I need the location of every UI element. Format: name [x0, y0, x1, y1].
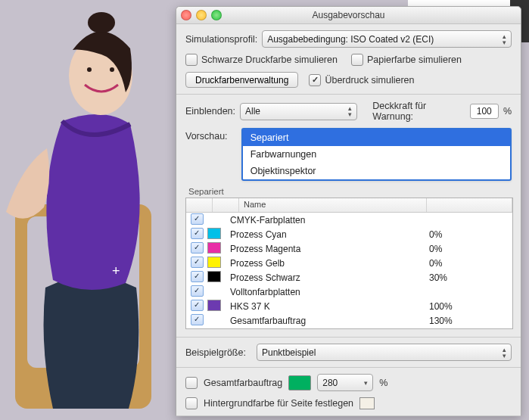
separation-name: Prozess Schwarz: [229, 272, 429, 283]
visibility-toggle[interactable]: [191, 213, 204, 225]
svg-point-5: [110, 67, 114, 72]
opacity-input[interactable]: 100: [470, 104, 499, 119]
visibility-toggle[interactable]: [191, 314, 204, 325]
table-row[interactable]: Prozess Cyan0%: [186, 227, 512, 241]
show-select[interactable]: Alle ▴▾: [240, 103, 357, 120]
simulate-overprint-label: Überdruck simulieren: [325, 75, 414, 86]
titlebar[interactable]: Ausgabevorschau: [176, 7, 521, 24]
sim-profile-value: Ausgabebedingung: ISO Coated v2 (ECI): [267, 34, 434, 45]
table-row[interactable]: Prozess Schwarz30%: [186, 270, 512, 285]
minimize-icon[interactable]: [196, 10, 207, 20]
show-value: Alle: [245, 106, 260, 117]
separation-name: Prozess Cyan: [229, 229, 429, 240]
simulate-paper-label: Papierfarbe simulieren: [367, 54, 462, 65]
table-row[interactable]: Gesamtfarbauftrag130%: [186, 313, 512, 328]
crosshair-cursor: +: [112, 263, 120, 279]
ink-manager-label: Druckfarbenverwaltung: [195, 75, 288, 86]
table-row[interactable]: Prozess Gelb0%: [186, 256, 512, 270]
zoom-icon[interactable]: [211, 10, 222, 20]
output-preview-dialog: Ausgabevorschau Simulationsprofil: Ausga…: [176, 6, 521, 416]
svg-point-4: [87, 67, 92, 72]
separation-name: Volltonfarbplatten: [229, 287, 429, 297]
col-name[interactable]: Name: [239, 198, 427, 212]
visibility-toggle[interactable]: [191, 228, 204, 239]
separation-value: 0%: [429, 244, 512, 254]
close-icon[interactable]: [181, 10, 191, 20]
opacity-label: Deckkraft für Warnung:: [372, 101, 465, 122]
chevron-updown-icon: ▴▾: [503, 33, 506, 45]
dialog-title: Ausgabevorschau: [312, 10, 384, 20]
preview-label: Vorschau:: [185, 128, 237, 142]
separation-value: 130%: [429, 316, 512, 326]
svg-point-3: [88, 12, 115, 33]
table-row[interactable]: Volltonfarbplatten: [186, 285, 512, 299]
color-swatch: [207, 242, 221, 254]
page-bg-label: Hintergrundfarbe für Seite festlegen: [204, 398, 353, 409]
chevron-updown-icon: ▴▾: [503, 347, 506, 359]
visibility-toggle[interactable]: [191, 285, 204, 297]
preview-dropdown[interactable]: Separiert Farbwarnungen Objektinspektor: [241, 128, 512, 181]
page-bg-checkbox[interactable]: [185, 397, 198, 409]
table-row[interactable]: Prozess Magenta0%: [186, 241, 512, 256]
table-row[interactable]: CMYK-Farbplatten: [186, 213, 512, 227]
preview-option-color-warnings[interactable]: Farbwarnungen: [243, 146, 510, 163]
color-swatch: [207, 228, 221, 239]
sample-size-label: Beispielgröße:: [185, 347, 252, 358]
preview-option-object-inspector[interactable]: Objektinspektor: [243, 163, 510, 179]
separation-name: CMYK-Farbplatten: [229, 215, 429, 226]
simulate-overprint-checkbox[interactable]: [309, 74, 321, 86]
chevron-updown-icon: ▴▾: [348, 105, 352, 117]
ink-manager-button[interactable]: Druckfarbenverwaltung: [185, 72, 298, 88]
percent-sign: %: [379, 378, 387, 388]
sim-profile-label: Simulationsprofil:: [185, 34, 257, 45]
separation-name: Gesamtfarbauftrag: [229, 316, 429, 326]
visibility-toggle[interactable]: [191, 271, 204, 282]
chevron-down-icon: ▾: [364, 380, 368, 386]
sim-profile-select[interactable]: Ausgabebedingung: ISO Coated v2 (ECI) ▴▾: [262, 30, 512, 48]
separation-name: HKS 37 K: [229, 301, 429, 312]
separation-value: 0%: [429, 229, 512, 240]
visibility-toggle[interactable]: [191, 300, 204, 311]
page-bg-swatch[interactable]: [359, 397, 375, 409]
separation-name: Prozess Magenta: [229, 244, 429, 254]
simulate-black-ink-checkbox[interactable]: [185, 54, 198, 66]
simulate-black-ink-label: Schwarze Druckfarbe simulieren: [201, 54, 338, 65]
separation-name: Prozess Gelb: [229, 258, 429, 269]
total-ink-swatch[interactable]: [288, 375, 311, 390]
separation-value: 30%: [429, 272, 512, 283]
total-ink-value-select[interactable]: 280 ▾: [317, 374, 373, 391]
sample-size-select[interactable]: Punktbeispiel ▴▾: [257, 344, 512, 361]
percent-sign: %: [503, 106, 512, 117]
simulate-paper-checkbox[interactable]: [351, 54, 363, 66]
total-ink-checkbox[interactable]: [185, 377, 198, 389]
total-ink-label: Gesamtfarbauftrag: [204, 378, 282, 388]
document-photo: [0, 0, 189, 420]
table-row[interactable]: HKS 37 K100%: [186, 299, 512, 313]
separation-value: 0%: [429, 258, 512, 269]
visibility-toggle[interactable]: [191, 257, 204, 268]
color-swatch: [207, 271, 221, 282]
visibility-toggle[interactable]: [191, 242, 204, 254]
color-swatch: [207, 257, 221, 268]
total-ink-value: 280: [322, 378, 338, 388]
separations-section-label: Separiert: [188, 187, 512, 196]
separations-table: Name CMYK-FarbplattenProzess Cyan0%Proze…: [185, 198, 513, 329]
color-swatch: [207, 300, 221, 311]
preview-option-separated[interactable]: Separiert: [243, 129, 510, 146]
separation-value: 100%: [429, 301, 512, 312]
show-label: Einblenden:: [185, 106, 235, 117]
sample-size-value: Punktbeispiel: [262, 347, 316, 358]
